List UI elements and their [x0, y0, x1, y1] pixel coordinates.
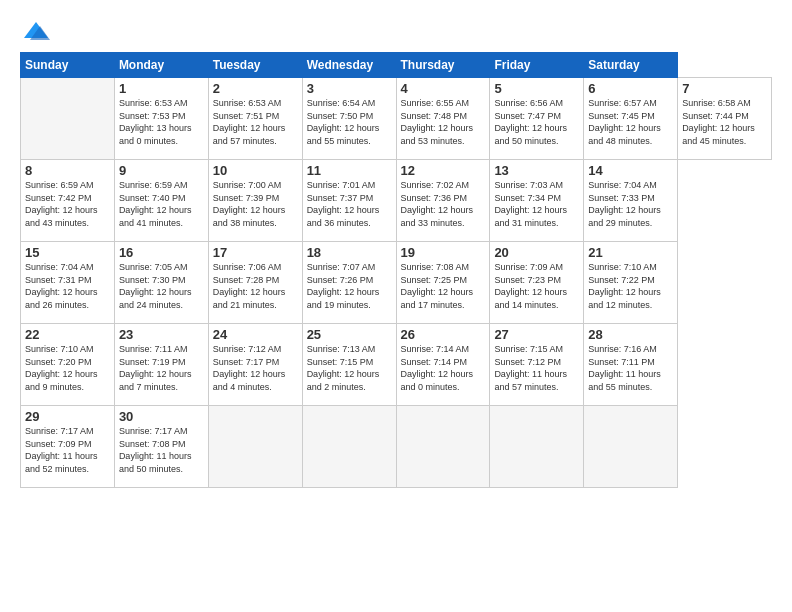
- day-number: 1: [119, 81, 204, 96]
- day-number: 17: [213, 245, 298, 260]
- calendar-day-cell: 6Sunrise: 6:57 AMSunset: 7:45 PMDaylight…: [584, 78, 678, 160]
- day-info: Sunrise: 7:11 AMSunset: 7:19 PMDaylight:…: [119, 343, 204, 393]
- calendar-day-cell: 21Sunrise: 7:10 AMSunset: 7:22 PMDayligh…: [584, 242, 678, 324]
- weekday-header: Sunday: [21, 53, 115, 78]
- calendar-day-cell: 25Sunrise: 7:13 AMSunset: 7:15 PMDayligh…: [302, 324, 396, 406]
- calendar-day-cell: 26Sunrise: 7:14 AMSunset: 7:14 PMDayligh…: [396, 324, 490, 406]
- day-number: 5: [494, 81, 579, 96]
- day-info: Sunrise: 7:03 AMSunset: 7:34 PMDaylight:…: [494, 179, 579, 229]
- day-info: Sunrise: 6:56 AMSunset: 7:47 PMDaylight:…: [494, 97, 579, 147]
- calendar-week-row: 1Sunrise: 6:53 AMSunset: 7:53 PMDaylight…: [21, 78, 772, 160]
- calendar-body: 1Sunrise: 6:53 AMSunset: 7:53 PMDaylight…: [21, 78, 772, 488]
- weekday-header: Tuesday: [208, 53, 302, 78]
- calendar-day-cell: 15Sunrise: 7:04 AMSunset: 7:31 PMDayligh…: [21, 242, 115, 324]
- day-number: 16: [119, 245, 204, 260]
- calendar-day-cell: 4Sunrise: 6:55 AMSunset: 7:48 PMDaylight…: [396, 78, 490, 160]
- day-number: 27: [494, 327, 579, 342]
- calendar-day-cell: [208, 406, 302, 488]
- calendar-day-cell: 18Sunrise: 7:07 AMSunset: 7:26 PMDayligh…: [302, 242, 396, 324]
- calendar-day-cell: [21, 78, 115, 160]
- calendar-day-cell: 23Sunrise: 7:11 AMSunset: 7:19 PMDayligh…: [114, 324, 208, 406]
- page: SundayMondayTuesdayWednesdayThursdayFrid…: [0, 0, 792, 612]
- day-number: 3: [307, 81, 392, 96]
- calendar-day-cell: 2Sunrise: 6:53 AMSunset: 7:51 PMDaylight…: [208, 78, 302, 160]
- day-info: Sunrise: 6:53 AMSunset: 7:53 PMDaylight:…: [119, 97, 204, 147]
- calendar-day-cell: [302, 406, 396, 488]
- day-number: 9: [119, 163, 204, 178]
- day-info: Sunrise: 7:17 AMSunset: 7:09 PMDaylight:…: [25, 425, 110, 475]
- day-info: Sunrise: 7:15 AMSunset: 7:12 PMDaylight:…: [494, 343, 579, 393]
- day-number: 24: [213, 327, 298, 342]
- calendar-day-cell: 30Sunrise: 7:17 AMSunset: 7:08 PMDayligh…: [114, 406, 208, 488]
- day-number: 20: [494, 245, 579, 260]
- calendar-week-row: 15Sunrise: 7:04 AMSunset: 7:31 PMDayligh…: [21, 242, 772, 324]
- day-number: 18: [307, 245, 392, 260]
- day-info: Sunrise: 6:58 AMSunset: 7:44 PMDaylight:…: [682, 97, 767, 147]
- day-number: 7: [682, 81, 767, 96]
- header: [20, 18, 772, 46]
- day-info: Sunrise: 7:16 AMSunset: 7:11 PMDaylight:…: [588, 343, 673, 393]
- weekday-header: Saturday: [584, 53, 678, 78]
- weekday-header: Wednesday: [302, 53, 396, 78]
- day-info: Sunrise: 7:00 AMSunset: 7:39 PMDaylight:…: [213, 179, 298, 229]
- day-info: Sunrise: 7:05 AMSunset: 7:30 PMDaylight:…: [119, 261, 204, 311]
- calendar-day-cell: 9Sunrise: 6:59 AMSunset: 7:40 PMDaylight…: [114, 160, 208, 242]
- calendar-day-cell: 11Sunrise: 7:01 AMSunset: 7:37 PMDayligh…: [302, 160, 396, 242]
- calendar-day-cell: 10Sunrise: 7:00 AMSunset: 7:39 PMDayligh…: [208, 160, 302, 242]
- day-info: Sunrise: 7:13 AMSunset: 7:15 PMDaylight:…: [307, 343, 392, 393]
- day-number: 30: [119, 409, 204, 424]
- day-info: Sunrise: 7:14 AMSunset: 7:14 PMDaylight:…: [401, 343, 486, 393]
- day-number: 6: [588, 81, 673, 96]
- weekday-header: Monday: [114, 53, 208, 78]
- calendar-day-cell: 22Sunrise: 7:10 AMSunset: 7:20 PMDayligh…: [21, 324, 115, 406]
- calendar-day-cell: 7Sunrise: 6:58 AMSunset: 7:44 PMDaylight…: [678, 78, 772, 160]
- day-info: Sunrise: 7:04 AMSunset: 7:33 PMDaylight:…: [588, 179, 673, 229]
- logo-icon: [20, 18, 52, 46]
- weekday-row: SundayMondayTuesdayWednesdayThursdayFrid…: [21, 53, 772, 78]
- day-info: Sunrise: 6:57 AMSunset: 7:45 PMDaylight:…: [588, 97, 673, 147]
- day-info: Sunrise: 7:02 AMSunset: 7:36 PMDaylight:…: [401, 179, 486, 229]
- calendar-day-cell: 5Sunrise: 6:56 AMSunset: 7:47 PMDaylight…: [490, 78, 584, 160]
- calendar-day-cell: [490, 406, 584, 488]
- day-info: Sunrise: 7:12 AMSunset: 7:17 PMDaylight:…: [213, 343, 298, 393]
- calendar-day-cell: 3Sunrise: 6:54 AMSunset: 7:50 PMDaylight…: [302, 78, 396, 160]
- day-info: Sunrise: 6:59 AMSunset: 7:40 PMDaylight:…: [119, 179, 204, 229]
- calendar-day-cell: 27Sunrise: 7:15 AMSunset: 7:12 PMDayligh…: [490, 324, 584, 406]
- logo: [20, 18, 58, 46]
- calendar-day-cell: 20Sunrise: 7:09 AMSunset: 7:23 PMDayligh…: [490, 242, 584, 324]
- day-info: Sunrise: 7:10 AMSunset: 7:22 PMDaylight:…: [588, 261, 673, 311]
- day-number: 26: [401, 327, 486, 342]
- day-number: 28: [588, 327, 673, 342]
- calendar-day-cell: 14Sunrise: 7:04 AMSunset: 7:33 PMDayligh…: [584, 160, 678, 242]
- calendar-day-cell: [584, 406, 678, 488]
- day-number: 29: [25, 409, 110, 424]
- calendar-day-cell: 16Sunrise: 7:05 AMSunset: 7:30 PMDayligh…: [114, 242, 208, 324]
- day-number: 23: [119, 327, 204, 342]
- day-number: 22: [25, 327, 110, 342]
- day-number: 14: [588, 163, 673, 178]
- day-info: Sunrise: 6:54 AMSunset: 7:50 PMDaylight:…: [307, 97, 392, 147]
- day-info: Sunrise: 7:09 AMSunset: 7:23 PMDaylight:…: [494, 261, 579, 311]
- calendar-day-cell: 28Sunrise: 7:16 AMSunset: 7:11 PMDayligh…: [584, 324, 678, 406]
- day-info: Sunrise: 6:53 AMSunset: 7:51 PMDaylight:…: [213, 97, 298, 147]
- day-number: 25: [307, 327, 392, 342]
- day-info: Sunrise: 7:10 AMSunset: 7:20 PMDaylight:…: [25, 343, 110, 393]
- calendar-day-cell: 13Sunrise: 7:03 AMSunset: 7:34 PMDayligh…: [490, 160, 584, 242]
- day-info: Sunrise: 7:08 AMSunset: 7:25 PMDaylight:…: [401, 261, 486, 311]
- day-number: 19: [401, 245, 486, 260]
- calendar-day-cell: 1Sunrise: 6:53 AMSunset: 7:53 PMDaylight…: [114, 78, 208, 160]
- calendar-week-row: 8Sunrise: 6:59 AMSunset: 7:42 PMDaylight…: [21, 160, 772, 242]
- day-number: 8: [25, 163, 110, 178]
- calendar-day-cell: 12Sunrise: 7:02 AMSunset: 7:36 PMDayligh…: [396, 160, 490, 242]
- calendar-day-cell: 19Sunrise: 7:08 AMSunset: 7:25 PMDayligh…: [396, 242, 490, 324]
- day-number: 2: [213, 81, 298, 96]
- day-number: 15: [25, 245, 110, 260]
- calendar-day-cell: 8Sunrise: 6:59 AMSunset: 7:42 PMDaylight…: [21, 160, 115, 242]
- weekday-header: Friday: [490, 53, 584, 78]
- calendar-week-row: 29Sunrise: 7:17 AMSunset: 7:09 PMDayligh…: [21, 406, 772, 488]
- calendar-day-cell: 24Sunrise: 7:12 AMSunset: 7:17 PMDayligh…: [208, 324, 302, 406]
- day-number: 21: [588, 245, 673, 260]
- calendar-week-row: 22Sunrise: 7:10 AMSunset: 7:20 PMDayligh…: [21, 324, 772, 406]
- calendar-day-cell: 29Sunrise: 7:17 AMSunset: 7:09 PMDayligh…: [21, 406, 115, 488]
- day-info: Sunrise: 6:59 AMSunset: 7:42 PMDaylight:…: [25, 179, 110, 229]
